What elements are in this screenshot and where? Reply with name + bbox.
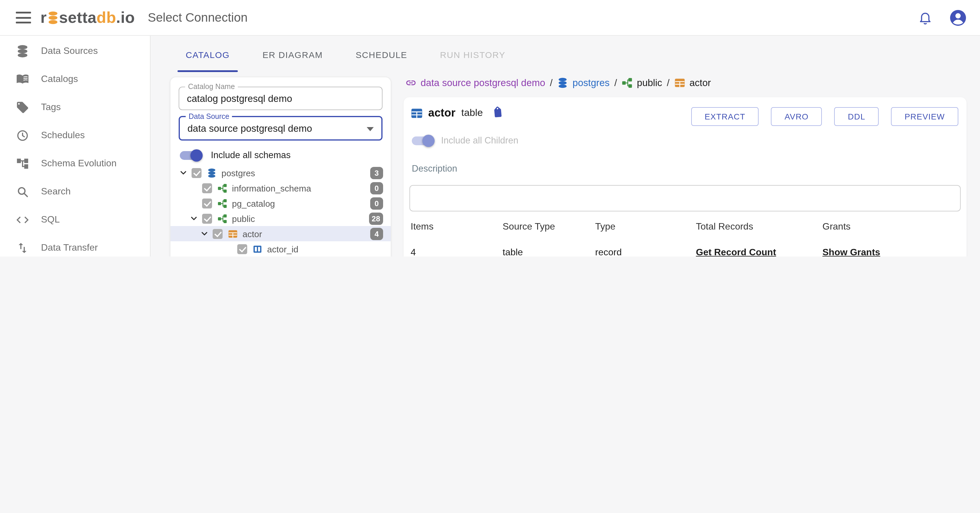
tree-checkbox[interactable]	[202, 183, 212, 193]
stat-link[interactable]: Get Record Count	[696, 247, 776, 256]
breadcrumb-segment[interactable]: actor	[674, 77, 711, 88]
sidebar: Data SourcesCatalogsTagsSchedulesSchema …	[0, 36, 151, 256]
catalog-name-label: Catalog Name	[185, 83, 238, 91]
extract-button[interactable]: EXTRACT	[691, 107, 759, 126]
table-icon	[228, 229, 238, 239]
sidebar-item-label: Tags	[41, 102, 61, 113]
data-source-label: Data Source	[186, 113, 232, 121]
avro-button[interactable]: AVRO	[771, 107, 822, 126]
breadcrumb-segment[interactable]: postgres	[557, 77, 610, 88]
chevron-down-icon[interactable]	[200, 229, 213, 238]
sidebar-item-search[interactable]: Search	[0, 178, 150, 206]
breadcrumb-label: public	[637, 77, 662, 88]
tree-checkbox[interactable]	[191, 168, 202, 178]
description-textarea[interactable]	[409, 185, 961, 211]
tab-bar: CATALOGER DIAGRAMSCHEDULERUN HISTORY	[178, 36, 514, 73]
sidebar-item-catalogs[interactable]: Catalogs	[0, 65, 150, 93]
stat-items: Items4	[410, 221, 433, 256]
stat-label: Total Records	[696, 221, 776, 232]
breadcrumb-segment[interactable]: public	[622, 77, 662, 88]
book-icon	[16, 72, 29, 86]
database-icon	[557, 77, 568, 88]
sidebar-item-label: Data Transfer	[41, 243, 98, 253]
app-logo[interactable]: r settadb.io	[40, 8, 135, 27]
breadcrumb-label: postgres	[573, 77, 610, 88]
chevron-down-icon[interactable]	[189, 214, 202, 223]
stat-grants: GrantsShow Grants	[822, 221, 880, 256]
hamburger-menu-icon[interactable]	[16, 12, 31, 24]
tree-item-label: actor	[242, 229, 262, 239]
sidebar-item-label: Schedules	[41, 130, 84, 141]
description-label: Description	[412, 164, 457, 174]
breadcrumb-label: data source postgresql demo	[421, 77, 546, 88]
sidebar-item-schema-evolution[interactable]: Schema Evolution	[0, 149, 150, 178]
ddl-button[interactable]: DDL	[834, 107, 879, 126]
tree-item[interactable]: information_schema0	[170, 180, 391, 195]
breadcrumb-label: actor	[689, 77, 711, 88]
tree-checkbox[interactable]	[213, 229, 223, 239]
schema-icon	[217, 183, 227, 193]
include-all-schemas-label: Include all schemas	[211, 150, 291, 160]
sidebar-item-schedules[interactable]: Schedules	[0, 121, 150, 149]
breadcrumb-segment[interactable]: data source postgresql demo	[406, 77, 546, 88]
stat-total-records: Total RecordsGet Record Count	[696, 221, 776, 256]
count-badge: 3	[370, 167, 383, 179]
page-title: Select Connection	[148, 11, 248, 25]
tab-schedule[interactable]: SCHEDULE	[347, 36, 415, 73]
tree-checkbox[interactable]	[202, 213, 212, 223]
logo-accent: db	[97, 8, 116, 27]
sidebar-item-sql[interactable]: SQL	[0, 206, 150, 233]
catalog-name-field[interactable]: Catalog Name	[179, 87, 382, 110]
user-avatar-icon[interactable]	[949, 8, 967, 27]
table-details-card: actor table EXTRACTAVRODDLPREVIEW Includ…	[404, 97, 967, 256]
table-title: actor	[428, 106, 455, 119]
tree-item[interactable]: actor_id	[170, 241, 391, 256]
sidebar-item-label: SQL	[41, 214, 60, 225]
tree-checkbox[interactable]	[237, 244, 247, 254]
count-badge: 0	[370, 197, 383, 210]
sidebar-item-label: Data Sources	[41, 46, 98, 56]
stat-value: table	[503, 247, 555, 256]
data-source-select[interactable]: Data Source data source postgresql demo	[179, 116, 382, 141]
stat-source-type: Source Typetable	[503, 221, 555, 256]
count-badge: 0	[370, 182, 383, 194]
tag-icon[interactable]	[490, 105, 506, 121]
count-badge: 4	[370, 227, 383, 240]
sidebar-item-label: Catalogs	[41, 74, 78, 84]
tab-run-history[interactable]: RUN HISTORY	[432, 36, 514, 73]
breadcrumb-separator: /	[550, 77, 553, 88]
tab-catalog[interactable]: CATALOG	[178, 36, 238, 73]
notifications-bell-icon[interactable]	[918, 10, 932, 25]
breadcrumb-separator: /	[667, 77, 670, 88]
stat-link[interactable]: Show Grants	[822, 247, 880, 256]
stat-label: Type	[595, 221, 622, 232]
include-all-children-label: Include all Children	[441, 135, 519, 146]
tree-item[interactable]: actor4	[170, 226, 391, 241]
stat-type: Typerecord	[595, 221, 622, 256]
sidebar-item-data-transfer[interactable]: Data Transfer	[0, 233, 150, 256]
preview-button[interactable]: PREVIEW	[891, 107, 958, 126]
table-icon	[674, 77, 686, 88]
app-header: r settadb.io Select Connection	[0, 0, 980, 36]
database-logo-icon	[47, 10, 58, 25]
tree-checkbox[interactable]	[202, 198, 212, 208]
sidebar-item-tags[interactable]: Tags	[0, 93, 150, 121]
chevron-down-icon	[367, 127, 374, 131]
tree-item[interactable]: public28	[170, 211, 391, 226]
clock-icon	[16, 129, 29, 142]
schema-icon	[217, 198, 227, 208]
app-window: r settadb.io Select Connection Data Sour…	[0, 0, 980, 256]
tree-item[interactable]: postgres3	[170, 165, 391, 180]
tree-item-label: information_schema	[232, 183, 311, 193]
column-icon	[253, 244, 262, 254]
stat-label: Grants	[822, 221, 880, 232]
include-all-schemas-toggle[interactable]	[180, 151, 201, 160]
tab-er-diagram[interactable]: ER DIAGRAM	[254, 36, 331, 73]
sidebar-item-data-sources[interactable]: Data Sources	[0, 37, 150, 65]
table-icon	[410, 107, 423, 119]
stat-value: record	[595, 247, 622, 256]
logo-text: .io	[116, 8, 135, 27]
chevron-down-icon[interactable]	[179, 168, 191, 178]
breadcrumb: data source postgresql demo/postgres/pub…	[406, 75, 711, 90]
tree-item[interactable]: pg_catalog0	[170, 195, 391, 211]
